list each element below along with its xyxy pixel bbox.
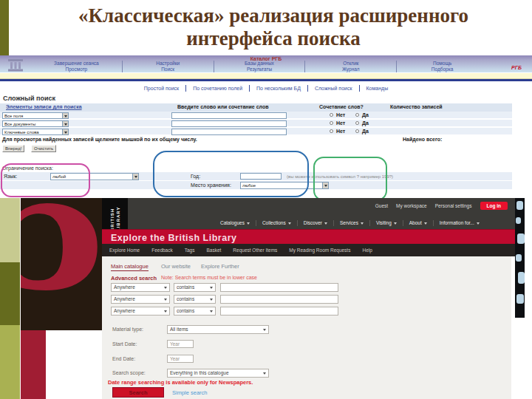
rgb-logo: РГБ	[511, 65, 522, 70]
nav-services[interactable]: Services	[334, 220, 370, 226]
adjacency-yes-label-3: Да	[362, 129, 369, 134]
start-date-input[interactable]: Year	[167, 340, 194, 348]
bl-term-input-1[interactable]	[220, 283, 338, 292]
field-select-1[interactable]: Все поля	[2, 112, 69, 119]
subnav-basket[interactable]: Basket	[206, 248, 221, 253]
log-in-button[interactable]: Log in	[480, 202, 508, 210]
guest-link[interactable]: Guest	[375, 203, 388, 208]
nav-visiting-label: Visiting	[376, 220, 392, 225]
submit-button[interactable]: Вперед!	[2, 145, 24, 152]
material-type-select[interactable]: All items	[167, 325, 269, 334]
nav-visiting[interactable]: Visiting	[370, 220, 403, 226]
chevron-down-icon	[210, 287, 213, 290]
bl-op-select-3[interactable]: contains	[174, 307, 216, 316]
pictogram-icon	[518, 272, 525, 284]
simple-search-link[interactable]: Simple search	[172, 389, 208, 396]
bl-op-select-2[interactable]: contains	[174, 295, 216, 304]
bl-term-input-3[interactable]	[220, 307, 338, 316]
end-date-input[interactable]: Year	[167, 355, 194, 363]
nav-catalogues[interactable]: Catalogues	[214, 220, 256, 226]
adjacency-no-radio-3[interactable]	[330, 129, 333, 133]
slide-title-line1: «Классическая» реализация расширенного	[78, 4, 468, 27]
search-words-input-2[interactable]	[171, 120, 287, 127]
rgb-yellow-band	[0, 72, 532, 79]
subnav-tags[interactable]: Tags	[185, 248, 195, 253]
nav-collections-label: Collections	[262, 220, 286, 225]
bl-op-select-2-value: contains	[177, 296, 194, 301]
menu-item-history[interactable]: Журнал	[305, 66, 396, 72]
menu-item-settings[interactable]: Настройки	[123, 61, 214, 66]
annotation-oval-field-selects	[1, 163, 90, 197]
bl-op-select-1[interactable]: contains	[174, 283, 216, 292]
chevron-down-icon	[164, 287, 167, 290]
search-words-input-3[interactable]	[171, 129, 287, 135]
bl-field-select-1[interactable]: Anywhere	[111, 283, 170, 292]
tab-simple-search[interactable]: Простой поиск	[144, 86, 179, 91]
bl-sub-nav: Explore Home Feedback Tags Basket Reques…	[102, 244, 515, 256]
tab-multi-base[interactable]: По нескольким БД	[256, 86, 301, 91]
menu-item-help[interactable]: Помощь	[397, 61, 488, 66]
adjacency-yes-radio-2[interactable]	[355, 121, 359, 125]
menu-item-selection[interactable]: Подборка	[397, 66, 488, 72]
menu-item-search[interactable]: Поиск	[123, 66, 214, 72]
adjacency-no-radio-2[interactable]	[330, 121, 333, 125]
tab-commands[interactable]: Команды	[366, 86, 389, 91]
adjacency-yes-radio-3[interactable]	[355, 129, 359, 133]
subnav-reading-room-requests[interactable]: My Reading Room Requests	[289, 248, 350, 253]
adjacency-no-label-3: Нет	[336, 129, 345, 134]
rgb-menu-col-3: Базы данных Результаты	[214, 61, 306, 72]
end-date-label: End Date:	[112, 356, 135, 361]
rgb-view-note: Для просмотра найденных записей щелкните…	[2, 137, 197, 142]
chevron-down-icon	[288, 222, 291, 226]
clear-button[interactable]: Очистить	[31, 145, 56, 152]
bl-main-nav: Catalogues Collections Discover Services…	[214, 217, 485, 228]
field-select-3[interactable]: Ключевые слова	[2, 129, 69, 135]
adjacency-no-radio-1[interactable]	[330, 113, 333, 117]
menu-item-browse[interactable]: Просмотр	[31, 66, 122, 72]
bl-field-select-3-value: Anywhere	[114, 308, 135, 313]
material-type-label: Material type:	[112, 327, 143, 332]
tab-explore-further[interactable]: Explore Further	[201, 263, 239, 270]
bl-field-select-2[interactable]: Anywhere	[111, 295, 170, 304]
tab-our-website[interactable]: Our website	[161, 263, 191, 270]
advanced-search-label: Advanced search	[111, 275, 157, 282]
bl-field-select-3[interactable]: Anywhere	[111, 307, 170, 316]
subnav-feedback[interactable]: Feedback	[151, 248, 173, 253]
chevron-down-icon	[132, 174, 138, 180]
bl-op-select-1-value: contains	[177, 284, 194, 290]
subnav-request-other-items[interactable]: Request Other Items	[233, 248, 277, 253]
tab-main-catalogue[interactable]: Main catalogue	[111, 263, 149, 271]
nav-discover[interactable]: Discover	[298, 220, 334, 226]
slide-left-stripe-top	[0, 198, 20, 262]
bl-explore-banner: Explore the British Library	[102, 229, 515, 244]
nav-information-for[interactable]: Information for...	[434, 220, 485, 226]
menu-item-feedback[interactable]: Отклик	[305, 61, 396, 66]
adjacency-yes-label-2: Да	[362, 120, 369, 126]
subnav-help[interactable]: Help	[362, 248, 372, 253]
adjacency-yes-radio-1[interactable]	[355, 113, 359, 117]
rgb-section-title: Сложный поиск	[3, 95, 55, 102]
menu-item-databases[interactable]: Базы данных	[214, 61, 305, 66]
search-scope-select[interactable]: Everything in this catalogue	[167, 369, 269, 378]
nav-about[interactable]: About	[403, 220, 434, 226]
search-words-input-1[interactable]	[171, 112, 287, 119]
tab-advanced-search[interactable]: Сложный поиск	[315, 86, 352, 91]
search-button[interactable]: Search	[112, 387, 164, 398]
my-workspace-link[interactable]: My workspace	[396, 203, 427, 208]
nav-collections[interactable]: Collections	[256, 220, 298, 226]
nav-services-label: Services	[340, 220, 358, 225]
personal-settings-link[interactable]: Personal settings	[435, 203, 472, 208]
rgb-menu-col-2: Настройки Поиск	[123, 61, 214, 72]
field-select-2[interactable]: Все документы	[2, 120, 69, 127]
subnav-explore-home[interactable]: Explore Home	[109, 248, 140, 253]
nav-information-for-label: Information for...	[440, 220, 474, 225]
menu-item-end-session[interactable]: Завершение сеанса	[31, 61, 122, 66]
field-select-3-value: Ключевые слова	[4, 130, 39, 134]
rgb-navy-divider	[0, 79, 532, 81]
header-record-elements[interactable]: Элементы записи для поиска	[6, 104, 82, 109]
slide-left-stripe-middle	[0, 262, 20, 325]
menu-item-results[interactable]: Результаты	[214, 66, 305, 72]
tab-multi-field[interactable]: По сочетанию полей	[193, 86, 242, 91]
bl-term-input-2[interactable]	[220, 295, 338, 304]
annotation-oval-adjacency	[313, 157, 387, 201]
